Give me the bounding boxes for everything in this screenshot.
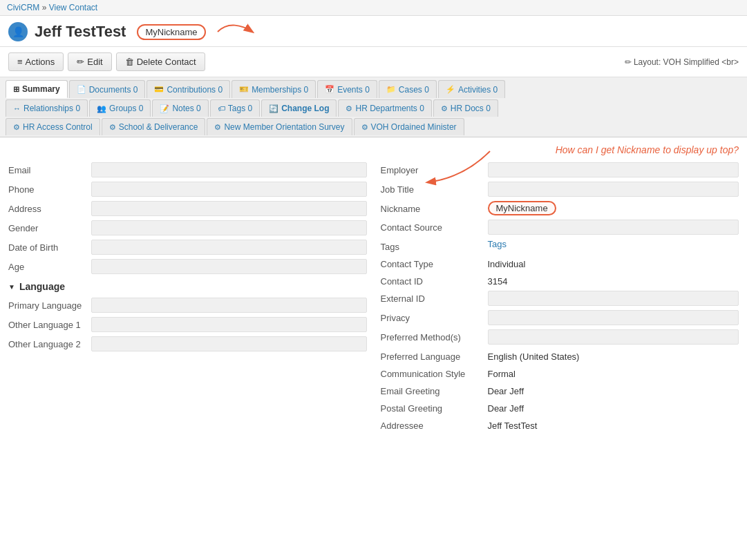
actions-button[interactable]: ≡ Actions [8, 52, 64, 71]
action-buttons-group: ≡ Actions ✏ Edit 🗑 Delete Contact [8, 52, 205, 71]
tab-hr_departments[interactable]: ⚙HR Departments 0 [338, 99, 431, 117]
left-field-value-0 [91, 162, 367, 177]
tab-row-3: ⚙HR Access Control⚙School & Deliverance⚙… [6, 118, 741, 135]
tab-label-relationships: Relationships 0 [23, 104, 80, 113]
collapse-arrow-icon[interactable]: ▼ [8, 283, 15, 291]
action-bar: ≡ Actions ✏ Edit 🗑 Delete Contact ✏ Layo… [0, 47, 747, 77]
tab-icon-voh: ⚙ [361, 123, 368, 132]
tab-label-events: Events 0 [337, 85, 370, 95]
tab-groups[interactable]: 👥Groups 0 [89, 99, 151, 117]
right-field-row-6: Contact ID 3154 [381, 273, 739, 287]
right-field-label-4: Tags [381, 239, 488, 252]
tab-hr_access[interactable]: ⚙HR Access Control [6, 118, 100, 135]
right-field-value-9 [488, 329, 739, 345]
tab-icon-notes: 📝 [160, 104, 169, 113]
left-field-row-0: Email [8, 162, 367, 177]
tab-relationships[interactable]: ↔Relationships 0 [6, 99, 88, 117]
tab-icon-documents: 📄 [77, 85, 86, 94]
tabs-container: ⊞Summary📄Documents 0💳Contributions 0🎫Mem… [0, 77, 747, 137]
lang-field-label-0: Primary Language [8, 298, 91, 311]
tab-label-hr_docs: HR Docs 0 [451, 104, 491, 113]
lang-field-value-1 [91, 317, 367, 332]
right-field-value-6: 3154 [488, 273, 739, 287]
tab-icon-events: 📅 [325, 85, 334, 94]
arrow-annotation [214, 21, 256, 42]
lang-field-row-2: Other Language 2 [8, 336, 367, 351]
lang-field-row-1: Other Language 1 [8, 317, 367, 332]
left-field-row-5: Age [8, 259, 367, 274]
breadcrumb-separator: » [42, 3, 47, 12]
contact-header: 👤 Jeff TestTest MyNickname [0, 16, 747, 47]
right-field-label-5: Contact Type [381, 256, 488, 269]
edit-button[interactable]: ✏ Edit [68, 52, 111, 71]
lang-field-label-2: Other Language 2 [8, 336, 91, 349]
right-field-row-12: Email Greeting Dear Jeff [381, 383, 739, 396]
tab-label-hr_departments: HR Departments 0 [355, 104, 424, 113]
lang-field-label-1: Other Language 1 [8, 317, 91, 330]
tags-link[interactable]: Tags [488, 239, 507, 249]
left-field-row-2: Address [8, 201, 367, 216]
tab-hr_docs[interactable]: ⚙HR Docs 0 [433, 99, 498, 117]
right-field-row-3: Contact Source [381, 220, 739, 235]
left-field-value-2 [91, 201, 367, 216]
tab-label-new_member: New Member Orientation Survey [224, 122, 344, 132]
tab-icon-changelog: 🔄 [269, 104, 278, 113]
tab-icon-hr_docs: ⚙ [441, 104, 448, 113]
left-field-label-0: Email [8, 162, 91, 175]
tab-changelog[interactable]: 🔄Change Log [261, 99, 337, 117]
breadcrumb-civicrm[interactable]: CiviCRM [7, 3, 39, 12]
right-field-value-11: Formal [488, 366, 739, 379]
right-field-value-14: Jeff TestTest [488, 418, 739, 431]
right-field-row-7: External ID [381, 291, 739, 306]
tab-label-voh: VOH Ordained Minister [371, 122, 457, 132]
left-field-row-3: Gender [8, 220, 367, 235]
tab-events[interactable]: 📅Events 0 [317, 80, 377, 98]
tab-cases[interactable]: 📁Cases 0 [379, 80, 437, 98]
tab-summary[interactable]: ⊞Summary [6, 80, 68, 98]
nickname-badge: MyNickname [137, 24, 205, 40]
tab-icon-new_member: ⚙ [214, 123, 221, 132]
tab-icon-school: ⚙ [109, 123, 116, 132]
menu-icon: ≡ [17, 57, 23, 67]
pencil-icon: ✏ [77, 57, 84, 67]
tab-memberships[interactable]: 🎫Memberships 0 [231, 80, 316, 98]
tab-notes[interactable]: 📝Notes 0 [152, 99, 208, 117]
left-field-row-1: Phone [8, 182, 367, 197]
delete-button[interactable]: 🗑 Delete Contact [116, 52, 205, 71]
right-field-label-11: Communication Style [381, 366, 488, 379]
right-field-row-5: Contact Type Individual [381, 256, 739, 269]
main-content: Email Phone Address Gender Date of Birth… [0, 155, 747, 442]
contact-avatar: 👤 [8, 22, 28, 41]
tab-documents[interactable]: 📄Documents 0 [69, 80, 146, 98]
left-field-label-3: Gender [8, 220, 91, 233]
left-field-label-2: Address [8, 201, 91, 214]
left-field-value-1 [91, 182, 367, 197]
tab-label-tags: Tags 0 [228, 104, 252, 113]
left-field-value-3 [91, 220, 367, 235]
tab-row-2: ↔Relationships 0👥Groups 0📝Notes 0🏷Tags 0… [6, 99, 741, 117]
tab-voh[interactable]: ⚙VOH Ordained Minister [354, 118, 464, 135]
right-field-value-1 [488, 182, 739, 197]
contact-name: Jeff TestTest [35, 23, 126, 41]
tab-icon-tags: 🏷 [218, 104, 225, 113]
tab-tags[interactable]: 🏷Tags 0 [210, 99, 260, 117]
right-field-row-8: Privacy [381, 310, 739, 325]
right-field-label-12: Email Greeting [381, 383, 488, 396]
tab-label-school: School & Deliverance [119, 122, 198, 132]
lang-field-value-2 [91, 336, 367, 351]
layout-icon: ✏ [625, 57, 632, 67]
tab-icon-contributions: 💳 [154, 85, 164, 94]
tab-new_member[interactable]: ⚙New Member Orientation Survey [207, 118, 352, 135]
annotation-callout: How can I get Nickname to display up top… [8, 144, 739, 155]
tab-contributions[interactable]: 💳Contributions 0 [146, 80, 230, 98]
tab-activities[interactable]: ⚡Activities 0 [438, 80, 505, 98]
tab-icon-groups: 👥 [97, 104, 106, 113]
left-field-row-4: Date of Birth [8, 240, 367, 255]
right-field-value-7 [488, 291, 739, 306]
right-field-label-0: Employer [381, 162, 488, 175]
breadcrumb-view-contact[interactable]: View Contact [49, 3, 97, 12]
edit-label: Edit [87, 57, 102, 67]
tab-school[interactable]: ⚙School & Deliverance [102, 118, 206, 135]
right-field-label-2: Nickname [381, 201, 488, 214]
tab-label-summary: Summary [22, 84, 60, 94]
